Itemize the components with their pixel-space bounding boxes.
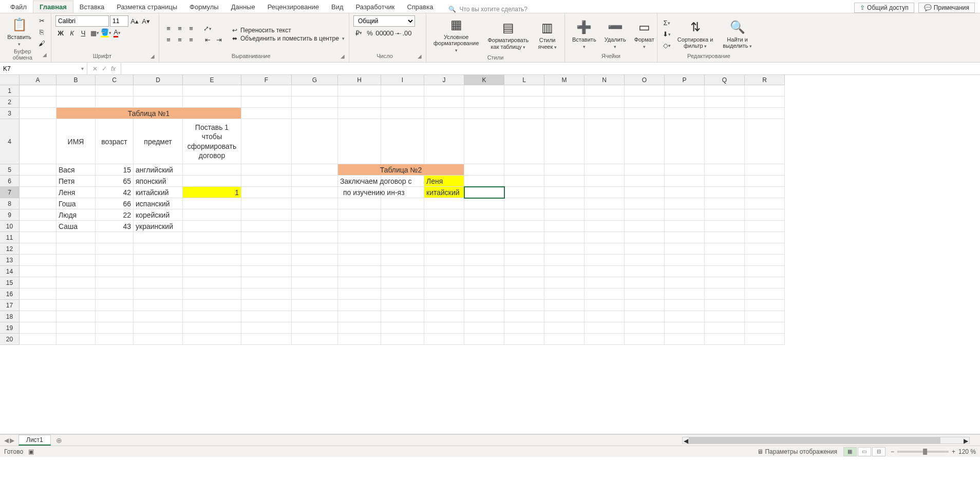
- zoom-out-button[interactable]: −: [891, 448, 894, 455]
- cell-B18[interactable]: [56, 311, 96, 322]
- cell-G1[interactable]: [292, 85, 338, 96]
- zoom-in-button[interactable]: +: [952, 448, 955, 455]
- cell-Q5[interactable]: [705, 164, 745, 176]
- cut-button[interactable]: ✂: [36, 15, 47, 26]
- cell-C10[interactable]: 43: [96, 221, 134, 232]
- cell-O7[interactable]: [625, 187, 665, 198]
- cell-D17[interactable]: [134, 300, 183, 311]
- cell-E7[interactable]: 1: [183, 187, 241, 198]
- cell-C14[interactable]: [96, 266, 134, 277]
- cell-C19[interactable]: [96, 322, 134, 334]
- cell-N6[interactable]: [585, 176, 625, 187]
- cell-P3[interactable]: [665, 108, 705, 119]
- cell-A4[interactable]: [20, 119, 56, 164]
- worksheet-grid[interactable]: ABCDEFGHIJKLMNOPQR 123456789101112131415…: [0, 75, 980, 434]
- cell-R1[interactable]: [745, 85, 785, 96]
- cell-B7[interactable]: Леня: [56, 187, 96, 198]
- cell-D6[interactable]: японский: [134, 176, 183, 187]
- cell-A7[interactable]: [20, 187, 56, 198]
- cell-A2[interactable]: [20, 96, 56, 108]
- increase-font-button[interactable]: A▴: [129, 16, 140, 26]
- row-header-2[interactable]: 2: [0, 96, 20, 108]
- cell-N2[interactable]: [585, 96, 625, 108]
- cell-N1[interactable]: [585, 85, 625, 96]
- cell-K16[interactable]: [464, 288, 504, 300]
- cell-R5[interactable]: [745, 164, 785, 176]
- cell-H2[interactable]: [338, 96, 381, 108]
- col-header-J[interactable]: J: [424, 75, 464, 85]
- cell-H12[interactable]: [338, 243, 381, 255]
- display-settings-button[interactable]: 🖥 Параметры отображения: [757, 448, 837, 455]
- comments-button[interactable]: 💬Примечания: [918, 3, 975, 13]
- cell-L4[interactable]: [504, 119, 544, 164]
- cell-L2[interactable]: [504, 96, 544, 108]
- cell-I3[interactable]: [381, 108, 424, 119]
- cell-R8[interactable]: [745, 198, 785, 209]
- cell-G3[interactable]: [292, 108, 338, 119]
- cell-J11[interactable]: [424, 232, 464, 243]
- cell-F12[interactable]: [241, 243, 292, 255]
- cell-C12[interactable]: [96, 243, 134, 255]
- cell-J2[interactable]: [424, 96, 464, 108]
- cell-N8[interactable]: [585, 198, 625, 209]
- cell-K6[interactable]: [464, 176, 504, 187]
- cell-K3[interactable]: [464, 108, 504, 119]
- cell-B16[interactable]: [56, 288, 96, 300]
- cell-A8[interactable]: [20, 198, 56, 209]
- cell-H5[interactable]: Таблица №2: [338, 164, 464, 176]
- format-as-table-button[interactable]: ▤Форматировать как таблицу: [484, 18, 532, 51]
- cell-A17[interactable]: [20, 300, 56, 311]
- delete-cells-button[interactable]: ➖Удалить: [601, 18, 629, 51]
- cell-H14[interactable]: [338, 266, 381, 277]
- cell-E2[interactable]: [183, 96, 241, 108]
- cell-F4[interactable]: [241, 119, 292, 164]
- row-header-12[interactable]: 12: [0, 243, 20, 255]
- cell-I18[interactable]: [381, 311, 424, 322]
- cell-G5[interactable]: [292, 164, 338, 176]
- tab-developer[interactable]: Разработчик: [350, 1, 401, 13]
- cell-Q11[interactable]: [705, 232, 745, 243]
- cell-H15[interactable]: [338, 277, 381, 288]
- cell-F5[interactable]: [241, 164, 292, 176]
- col-header-P[interactable]: P: [665, 75, 705, 85]
- col-header-N[interactable]: N: [585, 75, 625, 85]
- decrease-indent-button[interactable]: ⇤: [202, 35, 213, 45]
- tell-me-search[interactable]: 🔍 Что вы хотите сделать?: [448, 6, 527, 13]
- cell-J18[interactable]: [424, 311, 464, 322]
- col-header-O[interactable]: O: [625, 75, 665, 85]
- cell-I2[interactable]: [381, 96, 424, 108]
- cell-G2[interactable]: [292, 96, 338, 108]
- cell-O15[interactable]: [625, 277, 665, 288]
- cell-J16[interactable]: [424, 288, 464, 300]
- number-launcher[interactable]: ◢: [416, 53, 422, 60]
- cell-O2[interactable]: [625, 96, 665, 108]
- cell-F1[interactable]: [241, 85, 292, 96]
- cell-M18[interactable]: [544, 311, 585, 322]
- cell-N10[interactable]: [585, 221, 625, 232]
- cell-B17[interactable]: [56, 300, 96, 311]
- cell-A12[interactable]: [20, 243, 56, 255]
- row-header-16[interactable]: 16: [0, 288, 20, 300]
- cell-A11[interactable]: [20, 232, 56, 243]
- cell-E8[interactable]: [183, 198, 241, 209]
- cell-Q17[interactable]: [705, 300, 745, 311]
- cell-F2[interactable]: [241, 96, 292, 108]
- col-header-L[interactable]: L: [504, 75, 544, 85]
- col-header-D[interactable]: D: [134, 75, 183, 85]
- cell-P10[interactable]: [665, 221, 705, 232]
- cell-M7[interactable]: [544, 187, 585, 198]
- cell-C4[interactable]: возраст: [96, 119, 134, 164]
- cell-M5[interactable]: [544, 164, 585, 176]
- cell-H3[interactable]: [338, 108, 381, 119]
- view-normal-button[interactable]: ▦: [843, 447, 857, 456]
- cell-F13[interactable]: [241, 255, 292, 266]
- name-box-dropdown-icon[interactable]: ▾: [81, 66, 84, 71]
- cell-M16[interactable]: [544, 288, 585, 300]
- cell-Q12[interactable]: [705, 243, 745, 255]
- cell-I8[interactable]: [381, 198, 424, 209]
- cell-M13[interactable]: [544, 255, 585, 266]
- cell-G18[interactable]: [292, 311, 338, 322]
- cell-N14[interactable]: [585, 266, 625, 277]
- cell-O11[interactable]: [625, 232, 665, 243]
- cell-H6[interactable]: Заключаем договор с: [338, 176, 381, 187]
